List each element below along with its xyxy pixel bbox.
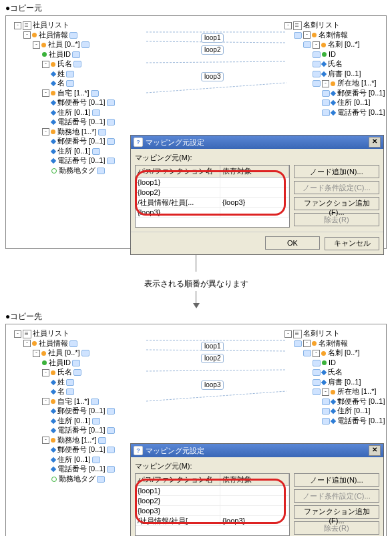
add-function-button[interactable]: ファンクション追加(F)...: [294, 197, 379, 210]
port-icon[interactable]: [81, 350, 89, 356]
expand-icon[interactable]: -: [42, 128, 49, 136]
rnode-name[interactable]: 氏名: [328, 59, 343, 67]
grid-cell-path[interactable]: {loop1}: [136, 486, 220, 495]
node-id[interactable]: 社員ID: [49, 50, 71, 58]
tree-left-dst[interactable]: -社員リスト -社員情報 -社員 [0..*] 社員ID -氏名 姓 名 -自宅…: [14, 328, 148, 483]
port-icon[interactable]: [73, 61, 81, 67]
port-icon[interactable]: [107, 158, 115, 164]
grid-row[interactable]: {loop1}: [136, 178, 289, 188]
port-icon[interactable]: [322, 398, 330, 405]
tree-left-src[interactable]: -社員リスト -社員情報 -社員 [0..*] 社員ID -氏名 姓 名 -自宅…: [14, 20, 148, 175]
rnode-dept[interactable]: 肩書 [0..1]: [328, 378, 361, 386]
grid-col-path[interactable]: パス/ファンクション名: [136, 166, 220, 177]
grid-cell-path[interactable]: /社員情報/社員[...: [136, 198, 220, 207]
port-icon[interactable]: [92, 109, 100, 116]
port-icon[interactable]: [107, 138, 115, 145]
node-root[interactable]: 社員リスト: [33, 329, 69, 337]
grid-cell-dep[interactable]: [220, 188, 289, 197]
grid-cell-dep[interactable]: {loop3}: [220, 516, 289, 525]
grid-col-dep[interactable]: 依存対象: [220, 474, 289, 485]
cancel-button[interactable]: キャンセル: [325, 237, 379, 250]
node-l1[interactable]: 社員情報: [39, 339, 68, 347]
dialog-titlebar[interactable]: ? マッピング元設定 ✕: [131, 444, 383, 457]
loop-node-1[interactable]: loop1: [201, 33, 224, 43]
node-work[interactable]: 勤務地 [1..*]: [57, 436, 97, 444]
port-icon[interactable]: [313, 369, 321, 376]
node-name[interactable]: 氏名: [57, 59, 72, 67]
mapping-grid-dst[interactable]: パス/ファンクション名 依存対象 {loop1}{loop2}{loop3}/社…: [135, 473, 290, 536]
rnode-loc[interactable]: 所在地 [1..*]: [337, 79, 377, 87]
rnode-tel[interactable]: 電話番号 [0..1]: [337, 108, 385, 116]
port-icon[interactable]: [97, 168, 105, 174]
rnode-root[interactable]: 名刺リスト: [303, 21, 340, 29]
port-icon[interactable]: [313, 80, 321, 87]
node-root[interactable]: 社員リスト: [33, 21, 69, 29]
grid-cell-dep[interactable]: [220, 208, 289, 217]
rnode-address[interactable]: 住所 [0..1]: [337, 407, 371, 415]
grid-row[interactable]: {loop2}: [136, 188, 289, 198]
add-node-button[interactable]: ノード追加(N)...: [294, 473, 379, 487]
node-wpostal[interactable]: 郵便番号 [0..1]: [57, 137, 106, 145]
grid-cell-path[interactable]: {loop3}: [136, 208, 220, 217]
port-icon[interactable]: [69, 32, 77, 39]
grid-cell-path[interactable]: /社員情報/社員[...: [136, 516, 220, 525]
port-icon[interactable]: [107, 447, 115, 453]
port-icon[interactable]: [303, 41, 311, 48]
expand-icon[interactable]: -: [313, 350, 320, 357]
expand-icon[interactable]: -: [42, 89, 49, 97]
grid-cell-dep[interactable]: {loop3}: [220, 198, 289, 207]
expand-icon[interactable]: -: [42, 369, 49, 376]
node-name[interactable]: 氏名: [57, 368, 72, 376]
port-icon[interactable]: [92, 148, 100, 155]
port-icon[interactable]: [107, 466, 115, 473]
add-node-button[interactable]: ノード追加(N)...: [294, 165, 379, 178]
rnode-tel[interactable]: 電話番号 [0..1]: [337, 417, 385, 425]
port-icon[interactable]: [322, 90, 330, 97]
tree-right-src[interactable]: -名刺リスト -名刺情報 -名刺 [0..*] ID 氏名 肩書 [0..1] …: [284, 20, 378, 117]
node-waddress[interactable]: 住所 [0..1]: [57, 147, 91, 155]
port-icon[interactable]: [107, 119, 115, 125]
rnode-root[interactable]: 名刺リスト: [303, 329, 340, 337]
port-icon[interactable]: [294, 32, 302, 39]
rnode-l2[interactable]: 名刺 [0..*]: [328, 40, 360, 48]
grid-col-path[interactable]: パス/ファンクション名: [136, 474, 220, 485]
grid-cell-path[interactable]: {loop1}: [136, 178, 220, 187]
node-address[interactable]: 住所 [0..1]: [57, 417, 91, 425]
expand-icon[interactable]: -: [313, 41, 320, 49]
close-icon[interactable]: ✕: [369, 445, 381, 456]
port-icon[interactable]: [313, 61, 321, 67]
rnode-id[interactable]: ID: [329, 50, 336, 58]
rnode-dept[interactable]: 肩書 [0..1]: [328, 69, 361, 77]
expand-icon[interactable]: -: [14, 22, 21, 29]
expand-icon[interactable]: -: [23, 340, 31, 347]
rnode-id[interactable]: ID: [329, 358, 336, 366]
rnode-postal[interactable]: 郵便番号 [0..1]: [337, 89, 385, 97]
node-l1[interactable]: 社員情報: [39, 31, 68, 39]
port-icon[interactable]: [92, 457, 100, 463]
expand-icon[interactable]: -: [42, 61, 49, 68]
node-waddress[interactable]: 住所 [0..1]: [57, 455, 91, 463]
port-icon[interactable]: [73, 369, 81, 376]
close-icon[interactable]: ✕: [369, 137, 381, 148]
port-icon[interactable]: [313, 388, 321, 395]
grid-cell-path[interactable]: {loop2}: [136, 188, 220, 197]
port-icon[interactable]: [98, 129, 106, 136]
expand-icon[interactable]: -: [284, 330, 292, 338]
port-icon[interactable]: [66, 388, 74, 395]
port-icon[interactable]: [66, 379, 74, 386]
grid-cell-dep[interactable]: [220, 486, 289, 495]
expand-icon[interactable]: -: [303, 340, 311, 347]
port-icon[interactable]: [72, 360, 80, 366]
expand-icon[interactable]: -: [14, 330, 21, 338]
port-icon[interactable]: [81, 41, 89, 48]
node-wtag[interactable]: 勤務地タグ: [59, 475, 95, 483]
grid-col-dep[interactable]: 依存対象: [220, 166, 289, 177]
port-icon[interactable]: [313, 51, 321, 58]
grid-row[interactable]: {loop3}: [136, 506, 289, 516]
grid-cell-dep[interactable]: [220, 178, 289, 187]
node-wpostal[interactable]: 郵便番号 [0..1]: [57, 445, 106, 453]
node-home[interactable]: 自宅 [1..*]: [57, 89, 89, 97]
loop-node-2[interactable]: loop2: [201, 354, 224, 363]
port-icon[interactable]: [313, 360, 321, 366]
expand-icon[interactable]: -: [33, 41, 40, 49]
